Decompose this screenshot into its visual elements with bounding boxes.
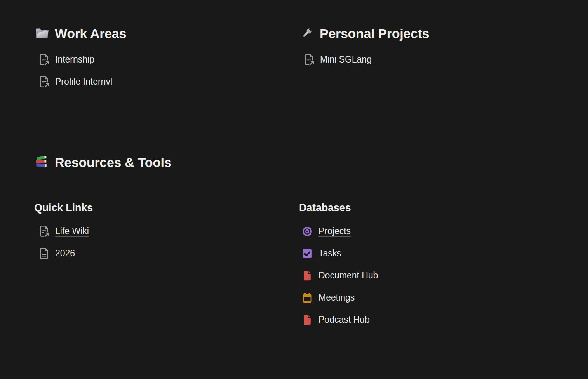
calendar-icon [302, 292, 313, 303]
database-label[interactable]: Document Hub [318, 270, 378, 281]
databases-list: Projects Tasks Document Hub Meetings Pod… [299, 220, 530, 331]
work-areas-links: Internship Profile Internvl [34, 49, 299, 93]
personal-projects-links: Mini SGLang [299, 49, 530, 71]
books-emoji [34, 155, 50, 170]
work-areas-heading: Work Areas [34, 25, 299, 42]
link-label[interactable]: Profile Internvl [55, 76, 112, 87]
database-tasks[interactable]: Tasks [299, 242, 341, 264]
page-link-icon [38, 225, 50, 237]
database-document-hub[interactable]: Document Hub [299, 264, 378, 287]
quick-links-title: Quick Links [34, 200, 299, 215]
work-areas-column: Work Areas Internship Profile Internvl [34, 0, 299, 93]
page-link-icon [38, 54, 50, 66]
databases-column: Databases Projects Tasks Document Hub Me… [299, 171, 530, 331]
link-label[interactable]: Mini SGLang [320, 54, 372, 65]
resources-tools-heading: Resources & Tools [34, 154, 530, 171]
personal-projects-title: Personal Projects [320, 26, 429, 41]
link-mini-sglang[interactable]: Mini SGLang [299, 49, 372, 71]
quick-links-list: Life Wiki 2026 [34, 220, 299, 264]
database-label[interactable]: Tasks [318, 248, 341, 259]
link-profile-internvl[interactable]: Profile Internvl [34, 71, 112, 93]
bottom-columns: Quick Links Life Wiki 2026 Databases Pro… [34, 171, 530, 331]
section-divider [34, 129, 530, 129]
link-2026[interactable]: 2026 [34, 242, 75, 264]
database-podcast-hub[interactable]: Podcast Hub [299, 309, 370, 331]
personal-projects-heading: Personal Projects [299, 25, 530, 42]
database-projects[interactable]: Projects [299, 220, 351, 242]
database-meetings[interactable]: Meetings [299, 287, 355, 309]
work-areas-title: Work Areas [55, 26, 126, 41]
link-label[interactable]: 2026 [55, 248, 75, 259]
database-label[interactable]: Meetings [318, 292, 355, 303]
link-life-wiki[interactable]: Life Wiki [34, 220, 89, 242]
page-icon [38, 247, 50, 259]
top-columns: Work Areas Internship Profile Internvl P… [34, 0, 530, 93]
link-label[interactable]: Internship [55, 54, 94, 65]
link-internship[interactable]: Internship [34, 49, 94, 71]
quick-links-column: Quick Links Life Wiki 2026 [34, 171, 299, 331]
document-icon [302, 270, 313, 281]
target-icon [302, 226, 313, 237]
page-content: Work Areas Internship Profile Internvl P… [34, 0, 530, 331]
page-link-icon [303, 54, 315, 66]
link-label[interactable]: Life Wiki [55, 226, 89, 236]
open-folder-emoji [34, 26, 50, 41]
checkbox-icon [302, 248, 313, 259]
database-label[interactable]: Projects [318, 226, 351, 236]
resources-tools-title: Resources & Tools [55, 155, 171, 170]
wrench-emoji [299, 26, 315, 41]
document-icon [302, 315, 313, 325]
personal-projects-column: Personal Projects Mini SGLang [299, 0, 530, 93]
page-link-icon [38, 76, 50, 88]
databases-title: Databases [299, 200, 530, 215]
database-label[interactable]: Podcast Hub [318, 315, 370, 325]
